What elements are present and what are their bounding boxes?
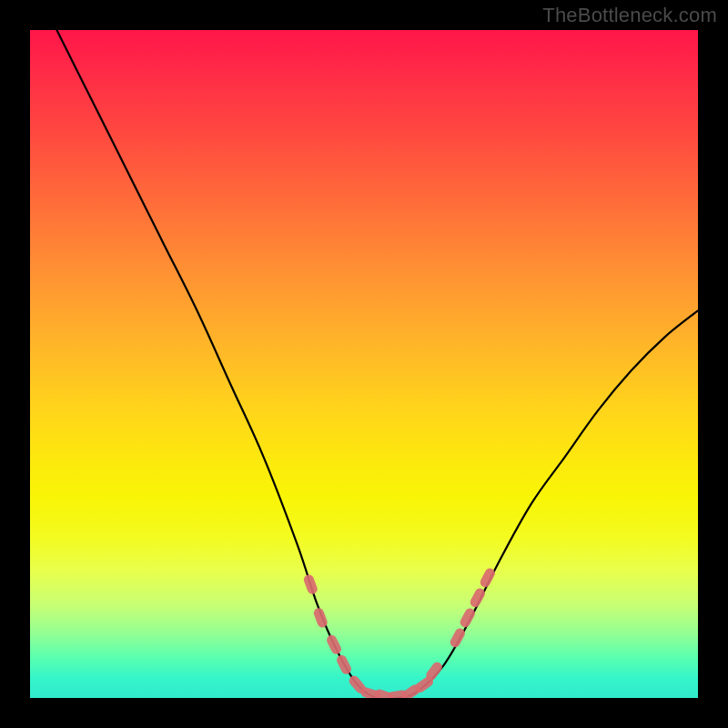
chart-frame: TheBottleneck.com <box>0 0 728 728</box>
curve-marker <box>335 653 353 676</box>
watermark-text: TheBottleneck.com <box>542 4 717 27</box>
bottleneck-curve <box>56 30 698 698</box>
curve-markers <box>302 567 497 698</box>
curve-marker <box>325 633 343 656</box>
curve-marker <box>302 573 318 595</box>
curve-svg <box>30 30 698 698</box>
plot-area <box>30 30 698 698</box>
